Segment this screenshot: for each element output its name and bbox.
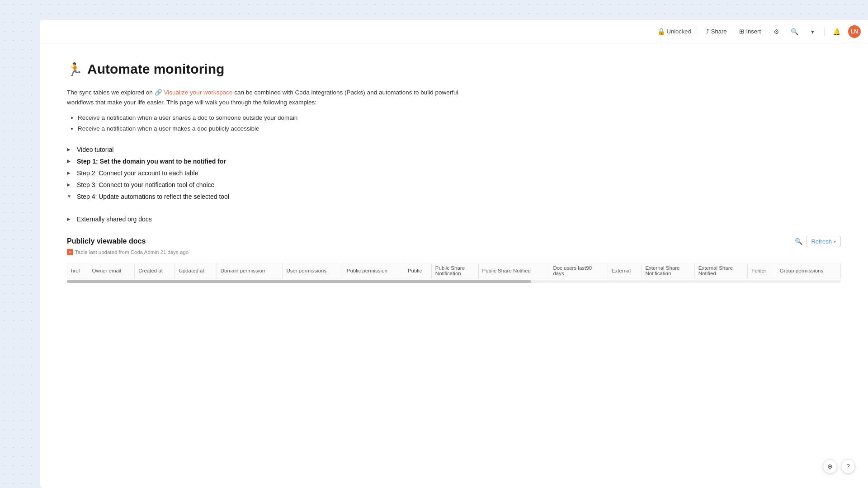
col-domain-permission: Domain permission (217, 263, 283, 279)
bottom-right-buttons: ⊕ ? (823, 459, 855, 474)
col-public-share-notified: Public Share Notified (478, 263, 549, 279)
avatar[interactable]: LN (848, 25, 861, 38)
table-header: href Owner email Created at Updated at D… (67, 263, 841, 279)
col-external-share-notification: External ShareNotification (642, 263, 694, 279)
externally-shared-section[interactable]: ▶ Externally shared org docs (67, 213, 841, 225)
insert-icon: ⊞ (739, 28, 744, 35)
table-title: Publicly viewable docs (67, 237, 146, 245)
intro-paragraph: The sync tables we explored on 🔗 Visuali… (67, 88, 474, 107)
section-label-step1: Step 1: Set the domain you want to be no… (77, 158, 226, 165)
bullet-item-1: Receive a notification when a user share… (78, 113, 841, 123)
collapsible-sections: ▶ Video tutorial ▶ Step 1: Set the domai… (67, 144, 841, 202)
unlocked-label: Unlocked (667, 28, 691, 35)
chevron-right-icon-1: ▶ (67, 159, 73, 164)
col-user-permissions: User permissions (283, 263, 343, 279)
main-container: 🔓 Unlocked ⤴ Share ⊞ Insert ⚙ 🔍 ▾ 🔔 LN 🏃… (40, 20, 868, 488)
section-label-step4: Step 4: Update automations to reflect th… (77, 193, 229, 200)
chevron-down-button[interactable]: ▾ (806, 25, 819, 38)
section-label-video: Video tutorial (77, 146, 113, 153)
content-area: 🏃 Automate monitoring The sync tables we… (40, 43, 868, 488)
navigate-button[interactable]: ⊕ (823, 459, 837, 474)
share-icon: ⤴ (706, 28, 709, 35)
chevron-right-icon: ▶ (67, 147, 73, 152)
col-doc-users-last90-days: Doc users last90days (549, 263, 608, 279)
intro-before-link: The sync tables we explored on (67, 89, 155, 96)
col-folder: Folder (748, 263, 776, 279)
chevron-right-icon-ext: ▶ (67, 216, 73, 221)
navigate-icon: ⊕ (827, 463, 833, 470)
publicly-viewable-section: Publicly viewable docs 🔍 Refresh ▾ C Tab… (67, 236, 841, 283)
col-external: External (608, 263, 642, 279)
section-step3[interactable]: ▶ Step 3: Connect to your notification t… (67, 179, 841, 191)
refresh-button[interactable]: Refresh ▾ (806, 236, 841, 247)
col-external-share-notified: External ShareNotified (694, 263, 747, 279)
section-step1[interactable]: ▶ Step 1: Set the domain you want to be … (67, 155, 841, 167)
col-created-at: Created at (135, 263, 175, 279)
col-public-share-notification: Public ShareNotification (431, 263, 478, 279)
coda-icon: C (67, 249, 73, 255)
page-emoji: 🏃 (67, 62, 83, 77)
chevron-down-icon-4: ▼ (67, 194, 73, 199)
section-label-step3: Step 3: Connect to your notification too… (77, 181, 214, 188)
table-search-icon[interactable]: 🔍 (795, 238, 802, 245)
topbar-divider-1 (697, 27, 697, 36)
table-meta-text: Table last updated from Coda Admin 21 da… (75, 249, 189, 255)
col-public: Public (404, 263, 431, 279)
col-href: href (67, 263, 88, 279)
refresh-label: Refresh (811, 238, 832, 245)
bullet-item-2: Receive a notification when a user makes… (78, 123, 841, 134)
horizontal-scrollbar-thumb[interactable] (67, 280, 531, 283)
link-icon-small: 🔗 (155, 89, 162, 96)
refresh-chevron-icon: ▾ (834, 239, 836, 244)
col-owner-email: Owner email (88, 263, 135, 279)
col-group-permissions: Group permissions (776, 263, 840, 279)
section-label-step2: Step 2: Connect your account to each tab… (77, 169, 198, 177)
search-top-button[interactable]: 🔍 (788, 25, 801, 38)
horizontal-scrollbar-track[interactable] (67, 280, 841, 283)
publicly-viewable-table: href Owner email Created at Updated at D… (67, 263, 841, 279)
page-title: Automate monitoring (87, 61, 224, 77)
help-icon: ? (846, 463, 850, 470)
table-header-row: Publicly viewable docs 🔍 Refresh ▾ (67, 236, 841, 247)
col-updated-at: Updated at (175, 263, 217, 279)
share-button[interactable]: ⤴ Share (703, 26, 731, 37)
externally-shared-label: Externally shared org docs (77, 216, 152, 223)
topbar-divider-2 (824, 27, 825, 36)
insert-button[interactable]: ⊞ Insert (736, 26, 764, 37)
lock-icon: 🔓 (657, 28, 665, 35)
chevron-right-icon-2: ▶ (67, 170, 73, 175)
unlocked-section: 🔓 Unlocked (657, 28, 691, 35)
section-step4[interactable]: ▼ Step 4: Update automations to reflect … (67, 191, 841, 202)
settings-button[interactable]: ⚙ (770, 25, 783, 38)
notification-button[interactable]: 🔔 (830, 25, 843, 38)
bullet-list: Receive a notification when a user share… (78, 113, 841, 135)
section-step2[interactable]: ▶ Step 2: Connect your account to each t… (67, 167, 841, 179)
section-video-tutorial[interactable]: ▶ Video tutorial (67, 144, 841, 155)
table-wrapper: href Owner email Created at Updated at D… (67, 259, 841, 283)
intro-link[interactable]: Visualize your workspace (164, 89, 232, 96)
page-title-section: 🏃 Automate monitoring (67, 61, 841, 77)
help-button[interactable]: ? (841, 459, 855, 474)
table-meta: C Table last updated from Coda Admin 21 … (67, 249, 841, 255)
chevron-right-icon-3: ▶ (67, 182, 73, 187)
col-public-permission: Public permission (343, 263, 404, 279)
table-toolbar: 🔍 Refresh ▾ (795, 236, 841, 247)
topbar: 🔓 Unlocked ⤴ Share ⊞ Insert ⚙ 🔍 ▾ 🔔 LN (40, 20, 868, 43)
